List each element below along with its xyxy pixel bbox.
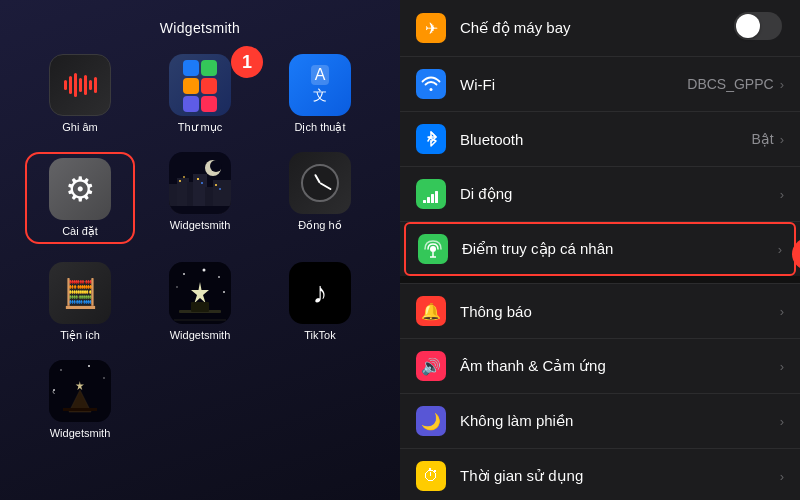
app-utilities[interactable]: 🧮 Tiện ích	[25, 262, 135, 342]
svg-rect-37	[431, 194, 434, 203]
notifications-icon: 🔔	[416, 296, 446, 326]
svg-text:‹: ‹	[52, 386, 55, 397]
hotspot-chevron: ›	[778, 242, 782, 257]
svg-rect-12	[201, 182, 203, 184]
screentime-icon: ⏱	[416, 461, 446, 491]
app-label-recording: Ghi âm	[62, 121, 97, 133]
svg-point-20	[176, 286, 178, 288]
translate-icon: A 文	[289, 54, 351, 116]
sound-chevron: ›	[780, 359, 784, 374]
settings-item-hotspot[interactable]: Điểm truy cập cá nhân › 2	[404, 222, 796, 276]
label-dnd: Không làm phiền	[460, 412, 780, 430]
right-panel: ✈ Chế độ máy bay Wi-Fi DBCS_GPPC ›	[400, 0, 800, 500]
app-widgetsmith1[interactable]: Widgetsmith	[145, 152, 255, 244]
svg-point-21	[223, 291, 225, 293]
svg-rect-35	[423, 200, 426, 203]
settings-item-wifi[interactable]: Wi-Fi DBCS_GPPC ›	[400, 57, 800, 112]
svg-point-19	[218, 276, 220, 278]
app-settings[interactable]: ⚙ Cài đặt	[25, 152, 135, 244]
svg-point-18	[203, 269, 206, 272]
app-tiktok[interactable]: ♪ TikTok	[265, 262, 375, 342]
screentime-chevron: ›	[780, 469, 784, 484]
svg-rect-32	[63, 408, 97, 411]
step1-badge: 1	[231, 46, 263, 78]
utilities-icon: 🧮	[49, 262, 111, 324]
left-panel: Widgetsmith Ghi âm	[0, 0, 400, 500]
svg-point-2	[210, 160, 222, 172]
app-label-widgetsmith1: Widgetsmith	[170, 219, 231, 231]
label-bluetooth: Bluetooth	[460, 131, 751, 148]
app-label-clock: Đồng hồ	[298, 219, 341, 232]
app-label-settings: Cài đặt	[62, 225, 98, 238]
app-folder[interactable]: 1 Thư mục	[145, 54, 255, 134]
settings-item-sound[interactable]: 🔊 Âm thanh & Cảm ứng ›	[400, 339, 800, 394]
divider	[400, 276, 800, 284]
wifi-value: DBCS_GPPC	[687, 76, 773, 92]
svg-rect-36	[427, 197, 430, 203]
clock-icon	[289, 152, 351, 214]
svg-rect-9	[179, 180, 181, 182]
label-wifi: Wi-Fi	[460, 76, 687, 93]
panel-title: Widgetsmith	[160, 20, 240, 36]
widgetsmith2-icon	[169, 262, 231, 324]
app-label-widgetsmith3: Widgetsmith	[50, 427, 111, 439]
wifi-icon	[416, 69, 446, 99]
app-label-utilities: Tiện ích	[60, 329, 100, 342]
svg-rect-10	[183, 176, 185, 178]
sound-icon: 🔊	[416, 351, 446, 381]
app-label-widgetsmith2: Widgetsmith	[170, 329, 231, 341]
label-airplane: Chế độ máy bay	[460, 19, 734, 37]
bluetooth-chevron: ›	[780, 132, 784, 147]
mobile-icon	[416, 179, 446, 209]
airplane-toggle[interactable]	[734, 12, 782, 44]
folder-icon	[169, 54, 231, 116]
svg-point-27	[60, 369, 62, 371]
app-label-translate: Dịch thuật	[295, 121, 346, 134]
app-translate[interactable]: A 文 Dịch thuật	[265, 54, 375, 134]
bluetooth-value: Bật	[751, 131, 773, 147]
app-label-folder: Thư mục	[178, 121, 223, 134]
svg-point-39	[430, 246, 436, 252]
label-mobile: Di động	[460, 185, 780, 203]
settings-icon: ⚙	[49, 158, 111, 220]
bluetooth-icon	[416, 124, 446, 154]
step2-badge: 2	[792, 238, 800, 270]
svg-rect-24	[191, 302, 209, 312]
label-hotspot: Điểm truy cập cá nhân	[462, 240, 778, 258]
airplane-icon: ✈	[416, 13, 446, 43]
mobile-chevron: ›	[780, 187, 784, 202]
app-label-tiktok: TikTok	[304, 329, 335, 341]
svg-rect-14	[219, 188, 221, 190]
svg-point-28	[88, 365, 90, 367]
svg-rect-15	[169, 206, 231, 214]
settings-list: ✈ Chế độ máy bay Wi-Fi DBCS_GPPC ›	[400, 0, 800, 500]
label-screentime: Thời gian sử dụng	[460, 467, 780, 485]
settings-item-mobile[interactable]: Di động ›	[400, 167, 800, 222]
settings-item-bluetooth[interactable]: Bluetooth Bật ›	[400, 112, 800, 167]
svg-point-17	[183, 273, 185, 275]
label-notifications: Thông báo	[460, 303, 780, 320]
label-sound: Âm thanh & Cảm ứng	[460, 357, 780, 375]
widgetsmith3-icon: ‹	[49, 360, 111, 422]
settings-item-airplane[interactable]: ✈ Chế độ máy bay	[400, 0, 800, 57]
settings-item-notifications[interactable]: 🔔 Thông báo ›	[400, 284, 800, 339]
app-widgetsmith3[interactable]: ‹ Widgetsmith	[25, 360, 135, 439]
app-recording[interactable]: Ghi âm	[25, 54, 135, 134]
svg-rect-38	[435, 191, 438, 203]
app-widgetsmith2[interactable]: Widgetsmith	[145, 262, 255, 342]
dnd-icon: 🌙	[416, 406, 446, 436]
recording-icon	[49, 54, 111, 116]
app-clock[interactable]: Đồng hồ	[265, 152, 375, 244]
svg-point-29	[103, 377, 105, 379]
settings-item-dnd[interactable]: 🌙 Không làm phiền ›	[400, 394, 800, 449]
svg-rect-11	[197, 178, 199, 180]
svg-rect-13	[215, 184, 217, 186]
dnd-chevron: ›	[780, 414, 784, 429]
widgetsmith1-icon	[169, 152, 231, 214]
settings-item-screentime[interactable]: ⏱ Thời gian sử dụng ›	[400, 449, 800, 500]
wifi-chevron: ›	[780, 77, 784, 92]
notifications-chevron: ›	[780, 304, 784, 319]
app-grid: Ghi âm 1 Thư mục A 文 D	[10, 54, 390, 439]
toggle-airplane[interactable]	[734, 12, 782, 40]
tiktok-icon: ♪	[289, 262, 351, 324]
